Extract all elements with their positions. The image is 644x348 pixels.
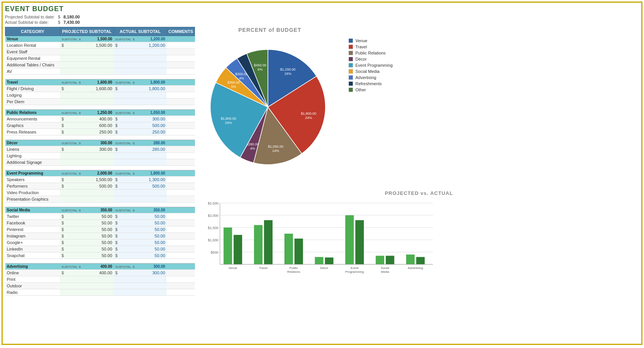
- cat-comments: [167, 207, 195, 213]
- item-comments: [167, 213, 195, 220]
- item-actual: $ 280.00: [114, 146, 167, 153]
- item-actual: [114, 99, 167, 105]
- item-actual: [114, 68, 167, 75]
- item-name: Google+: [5, 239, 60, 246]
- pie-pct-label: 24%: [225, 121, 232, 125]
- item-proj: [60, 153, 114, 159]
- legend-label: Décor: [355, 57, 367, 61]
- item-proj: $ 250.00: [60, 129, 114, 135]
- projected-summary-row: Projected Subtotal to date: $ 8,180.00: [5, 15, 639, 19]
- bar-section: PROJECTED vs. ACTUAL $500$1,000$1,500$2,…: [199, 190, 639, 284]
- spacer-row: [5, 105, 195, 110]
- spacer-row: [5, 166, 195, 170]
- actual-bar: [325, 257, 334, 264]
- table-row: LinkedIn $ 50.00 $ 50.00: [5, 246, 195, 252]
- actual-bar: [294, 239, 303, 264]
- legend-label: Travel: [355, 45, 367, 49]
- spacer-row: [5, 203, 195, 207]
- table-row: Outdoor: [5, 283, 195, 289]
- item-proj: $ 50.00: [60, 226, 114, 233]
- svg-text:$1,000: $1,000: [208, 238, 218, 242]
- cat-actual-subtotal: SUBTOTAL $ 280.00: [114, 140, 167, 146]
- actual-summary-row: Actual Subtotal to date: $ 7,430.00: [5, 20, 639, 25]
- item-actual: $ 50.00: [114, 233, 167, 239]
- spacer-row: [5, 259, 195, 264]
- legend-item: Event Programming: [348, 63, 393, 68]
- item-comments: [167, 220, 195, 226]
- cat-proj-subtotal: SUBTOTAL $ 1,600.00: [60, 79, 114, 86]
- cat-proj-subtotal: SUBTOTAL $ 300.00: [60, 140, 114, 146]
- svg-text:$500: $500: [211, 251, 218, 254]
- table-row: Equipment Rental: [5, 55, 195, 62]
- item-actual: [114, 62, 167, 68]
- item-actual: $ 1,800.00: [114, 86, 167, 92]
- item-proj: $ 50.00: [60, 233, 114, 239]
- item-comments: [167, 183, 195, 190]
- item-actual: $ 50.00: [114, 213, 167, 220]
- projected-bar: [376, 256, 384, 264]
- table-row: Pinterest $ 50.00 $ 50.00: [5, 226, 195, 233]
- table-row: Video Production: [5, 190, 195, 196]
- item-comments: [167, 42, 195, 49]
- legend-label: Social Media: [355, 69, 380, 74]
- item-name: Event Staff: [5, 49, 60, 55]
- legend-label: Refreshments: [355, 81, 381, 86]
- cat-name: Public Relations: [5, 110, 60, 116]
- svg-text:$1,500: $1,500: [208, 226, 218, 230]
- legend-swatch: [348, 87, 353, 92]
- svg-text:$2,000: $2,000: [208, 214, 218, 218]
- item-comments: [167, 86, 195, 92]
- budget-table: CATEGORY PROJECTED SUBTOTAL ACTUAL SUBTO…: [5, 27, 195, 300]
- item-name: Snapchat: [5, 252, 60, 259]
- charts-area: PERCENT of BUDGET $1,200.0016%$1,800.002…: [199, 27, 639, 284]
- item-proj: $ 1,600.00: [60, 86, 114, 92]
- table-row: Graphics $ 600.00 $ 500.00: [5, 122, 195, 129]
- cat-comments: [167, 264, 195, 270]
- legend-swatch: [348, 51, 353, 55]
- svg-text:Advertising: Advertising: [408, 266, 423, 270]
- item-name: Location Rental: [5, 42, 60, 49]
- projected-bar: [224, 228, 232, 264]
- legend-item: Décor: [348, 57, 393, 61]
- category-header-row: Travel SUBTOTAL $ 1,600.00 SUBTOTAL $ 1,…: [5, 79, 195, 86]
- item-actual: $ 50.00: [114, 246, 167, 252]
- cat-proj-subtotal: SUBTOTAL $ 350.00: [60, 207, 114, 213]
- item-proj: [60, 68, 114, 75]
- actual-label: Actual Subtotal to date:: [5, 20, 55, 25]
- item-name: Radio: [5, 289, 60, 296]
- table-row: Lodging: [5, 92, 195, 99]
- item-name: Additional Signage: [5, 159, 60, 166]
- item-comments: [167, 68, 195, 75]
- item-proj: [60, 159, 114, 166]
- svg-text:Social: Social: [381, 266, 389, 270]
- item-name: Print: [5, 276, 60, 283]
- svg-text:Programming: Programming: [345, 270, 364, 274]
- category-header-row: Public Relations SUBTOTAL $ 1,250.00 SUB…: [5, 110, 195, 116]
- pie-label: $450.00: [254, 63, 266, 67]
- item-comments: [167, 49, 195, 55]
- item-name: Equipment Rental: [5, 55, 60, 62]
- cat-actual-subtotal: SUBTOTAL $ 300.00: [114, 264, 167, 270]
- table-row: Flight / Driving $ 1,600.00 $ 1,800.00: [5, 86, 195, 92]
- actual-bar: [355, 220, 364, 264]
- item-name: Announcements: [5, 116, 60, 122]
- actual-bar: [264, 220, 272, 264]
- legend-label: Public Relations: [355, 51, 386, 55]
- svg-text:Venue: Venue: [228, 266, 237, 270]
- svg-text:Travel: Travel: [259, 266, 268, 270]
- bar-title: PROJECTED vs. ACTUAL: [199, 190, 639, 196]
- item-name: LinkedIn: [5, 246, 60, 252]
- legend-item: Other: [348, 87, 393, 92]
- charts-section: PERCENT of BUDGET $1,200.0016%$1,800.002…: [195, 27, 639, 300]
- item-proj: [60, 92, 114, 99]
- main-layout: CATEGORY PROJECTED SUBTOTAL ACTUAL SUBTO…: [5, 27, 639, 300]
- item-name: Flight / Driving: [5, 86, 60, 92]
- item-proj: [60, 55, 114, 62]
- cat-proj-subtotal: SUBTOTAL $ 1,500.00: [60, 36, 114, 42]
- pie-pct-label: 14%: [272, 149, 279, 153]
- legend-swatch: [348, 81, 353, 86]
- cat-comments: [167, 110, 195, 116]
- table-row: Instagram $ 50.00 $ 50.00: [5, 233, 195, 239]
- legend-label: Event Programming: [355, 63, 393, 68]
- projected-bar: [315, 257, 323, 264]
